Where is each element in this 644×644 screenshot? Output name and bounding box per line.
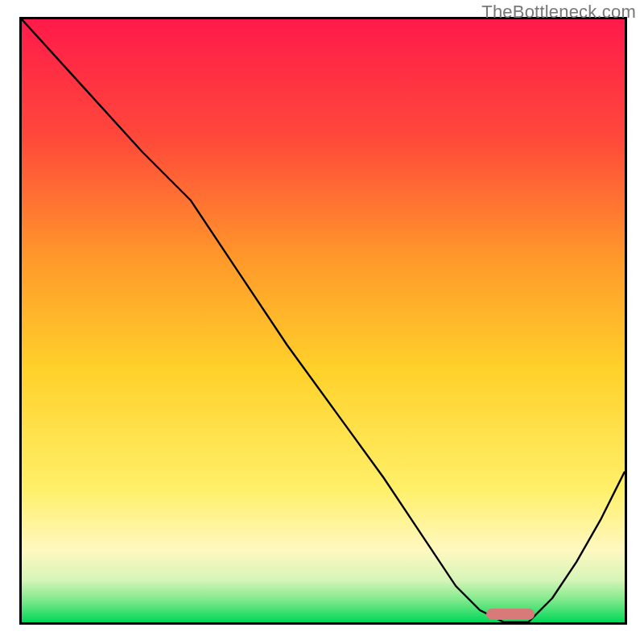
gradient-rect (22, 19, 625, 622)
optimal-range-marker (486, 609, 535, 620)
plot-area (19, 19, 625, 625)
plot-right-border (625, 17, 627, 625)
watermark-label: TheBottleneck.com (481, 2, 636, 23)
plot-svg (22, 19, 625, 622)
chart-frame: TheBottleneck.com (0, 0, 644, 644)
